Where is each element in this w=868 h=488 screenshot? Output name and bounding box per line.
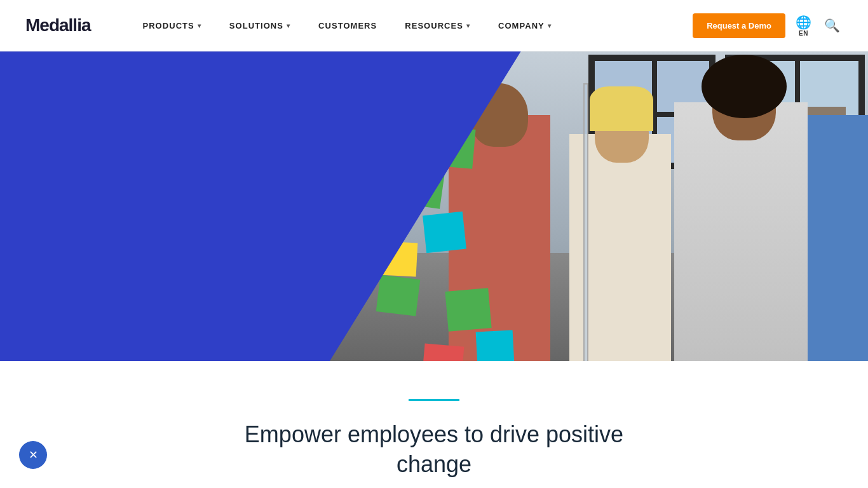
logo[interactable]: Medallia <box>25 15 90 36</box>
below-hero: Empower employees to drive positive chan… <box>0 361 868 488</box>
hero-subheading: Empower employees to drive positive chan… <box>227 420 641 480</box>
nav-products[interactable]: PRODUCTS ▾ <box>128 0 215 51</box>
request-demo-button[interactable]: Request a Demo <box>693 13 785 38</box>
close-button[interactable]: ✕ <box>19 441 47 469</box>
solutions-chevron: ▾ <box>287 22 290 29</box>
sticky-note-4 <box>423 212 466 253</box>
brand-name: Medallia <box>25 15 90 35</box>
company-label: COMPANY <box>498 21 545 30</box>
nav-links: PRODUCTS ▾ SOLUTIONS ▾ CUSTOMERS RESOURC… <box>128 0 693 51</box>
glass-partition <box>583 83 588 361</box>
nav-solutions[interactable]: SOLUTIONS ▾ <box>215 0 304 51</box>
nav-company[interactable]: COMPANY ▾ <box>484 0 566 51</box>
globe-icon: 🌐 <box>796 15 811 30</box>
language-selector[interactable]: 🌐 EN <box>796 15 811 37</box>
solutions-label: SOLUTIONS <box>229 21 283 30</box>
teal-divider <box>409 399 459 401</box>
resources-label: RESOURCES <box>405 21 463 30</box>
sticky-note-7 <box>376 274 421 316</box>
resources-chevron: ▾ <box>466 22 470 29</box>
person-main-hair <box>702 55 787 118</box>
company-chevron: ▾ <box>548 22 552 29</box>
search-button[interactable]: 🔍 <box>822 15 843 36</box>
sticky-note-6 <box>445 288 491 332</box>
nav-right: Request a Demo 🌐 EN 🔍 <box>693 13 843 38</box>
nav-resources[interactable]: RESOURCES ▾ <box>391 0 484 51</box>
person-mid-hair <box>590 86 653 131</box>
sticky-note-8 <box>476 330 515 361</box>
products-chevron: ▾ <box>198 22 201 29</box>
nav-customers[interactable]: CUSTOMERS <box>304 0 391 51</box>
close-icon: ✕ <box>29 448 38 462</box>
customers-label: CUSTOMERS <box>318 21 377 30</box>
search-icon: 🔍 <box>824 18 840 32</box>
person-far-right-body <box>804 115 868 361</box>
navbar: Medallia PRODUCTS ▾ SOLUTIONS ▾ CUSTOMER… <box>0 0 868 51</box>
products-label: PRODUCTS <box>142 21 194 30</box>
lang-label: EN <box>799 30 808 37</box>
hero-section <box>0 51 868 361</box>
person-main-body <box>674 102 808 361</box>
sticky-note-9 <box>422 343 465 361</box>
